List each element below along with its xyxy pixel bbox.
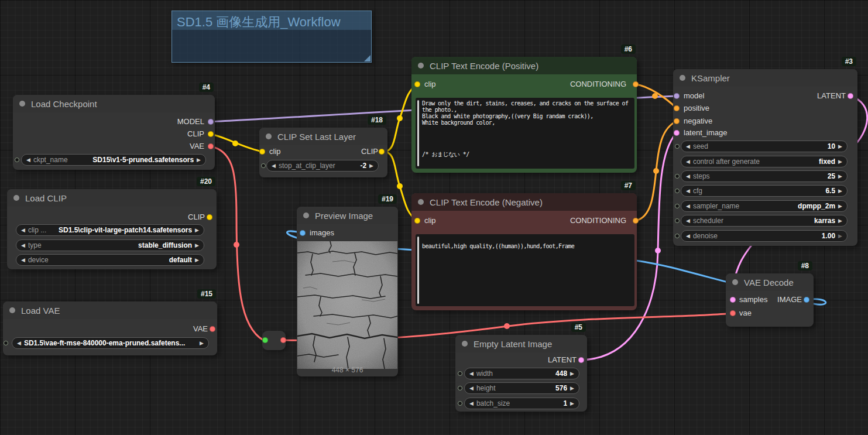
widget-stop-at-clip-layer[interactable]: stop_at_clip_layer -2 — [266, 160, 379, 172]
output-dot-conditioning[interactable] — [633, 81, 639, 87]
decrement-arrow-icon[interactable] — [686, 218, 690, 224]
output-dot-latent[interactable] — [848, 93, 853, 99]
decrement-arrow-icon[interactable] — [21, 243, 25, 248]
widget-input-dot[interactable] — [4, 341, 8, 345]
decrement-arrow-icon[interactable] — [272, 163, 276, 169]
widget-seed[interactable]: seed 10 — [681, 141, 848, 152]
widget-input-dot[interactable] — [675, 174, 680, 179]
input-dot-vae[interactable] — [730, 310, 736, 316]
widget-clip-name[interactable]: clip ... SD1.5\clip-vit-large-patch14.sa… — [16, 224, 204, 236]
node-load-clip[interactable]: #20 Load CLIP CLIP clip ... SD1.5\clip-v… — [7, 189, 217, 269]
node-empty-latent-image[interactable]: #5 Empty Latent Image LATENT width 448 h… — [455, 335, 587, 412]
note-resize-handle[interactable] — [364, 55, 370, 61]
widget-input-dot[interactable] — [458, 386, 462, 391]
increment-arrow-icon[interactable] — [369, 163, 373, 169]
node-clip-text-encode-positive[interactable]: #6 CLIP Text Encode (Positive) clip COND… — [411, 57, 637, 173]
decrement-arrow-icon[interactable] — [469, 401, 474, 406]
increment-arrow-icon[interactable] — [197, 157, 201, 163]
output-dot-vae[interactable] — [208, 143, 214, 149]
widget-type[interactable]: type stable_diffusion — [16, 239, 204, 251]
node-vae-decode[interactable]: #8 VAE Decode samples vae IMAGE — [726, 273, 814, 327]
widget-sampler-name[interactable]: sampler_name dpmpp_2m — [681, 200, 848, 212]
prompt-textarea-negative[interactable]: beautiful,high quality,((human)),hund,fo… — [416, 234, 634, 306]
input-dot-clip[interactable] — [259, 149, 265, 155]
widget-input-dot[interactable] — [675, 234, 680, 238]
increment-arrow-icon[interactable] — [195, 258, 199, 263]
output-dot-latent[interactable] — [578, 357, 584, 363]
widget-vae-name[interactable]: SD1.5\vae-ft-mse-840000-ema-pruned.safet… — [12, 337, 209, 349]
node-title-bar[interactable]: KSampler — [673, 69, 857, 87]
increment-arrow-icon[interactable] — [570, 371, 574, 376]
increment-arrow-icon[interactable] — [570, 401, 574, 406]
decrement-arrow-icon[interactable] — [686, 174, 690, 179]
widget-input-dot[interactable] — [458, 371, 462, 376]
reroute-output-dot[interactable] — [280, 337, 286, 343]
node-title-bar[interactable]: CLIP Text Encode (Positive) — [411, 57, 637, 74]
input-dot-samples[interactable] — [730, 297, 736, 303]
node-title-bar[interactable]: Preview Image — [297, 207, 398, 224]
output-dot-clip[interactable] — [208, 131, 214, 137]
node-title-bar[interactable]: CLIP Set Last Layer — [259, 128, 387, 145]
widget-width[interactable]: width 448 — [464, 368, 579, 379]
increment-arrow-icon[interactable] — [838, 204, 842, 209]
widget-input-dot[interactable] — [261, 163, 266, 168]
decrement-arrow-icon[interactable] — [686, 234, 690, 239]
widget-batch-size[interactable]: batch_size 1 — [464, 398, 579, 409]
widget-input-dot[interactable] — [675, 204, 680, 208]
output-dot-model[interactable] — [208, 119, 214, 125]
node-title-bar[interactable]: Load CLIP — [7, 189, 217, 207]
reroute-input-dot[interactable] — [262, 337, 268, 343]
input-dot-images[interactable] — [300, 230, 306, 236]
node-title-bar[interactable]: Load VAE — [3, 302, 217, 319]
increment-arrow-icon[interactable] — [195, 228, 199, 233]
decrement-arrow-icon[interactable] — [469, 371, 474, 376]
widget-denoise[interactable]: denoise 1.00 — [681, 230, 848, 242]
decrement-arrow-icon[interactable] — [21, 258, 25, 263]
node-title-bar[interactable]: Load Checkpoint — [13, 95, 215, 112]
increment-arrow-icon[interactable] — [200, 341, 204, 346]
textarea-scrollbar[interactable] — [417, 100, 419, 166]
decrement-arrow-icon[interactable] — [686, 204, 690, 209]
widget-input-dot[interactable] — [675, 218, 680, 223]
decrement-arrow-icon[interactable] — [686, 159, 690, 165]
increment-arrow-icon[interactable] — [838, 189, 842, 194]
increment-arrow-icon[interactable] — [838, 159, 842, 165]
node-load-vae[interactable]: #15 Load VAE VAE SD1.5\vae-ft-mse-840000… — [3, 302, 217, 355]
node-ksampler[interactable]: #3 KSampler model positive negative late… — [673, 69, 857, 246]
widget-input-dot[interactable] — [458, 401, 462, 406]
output-dot-clip[interactable] — [207, 214, 212, 220]
widget-cfg[interactable]: cfg 6.5 — [681, 185, 848, 197]
increment-arrow-icon[interactable] — [195, 243, 199, 248]
decrement-arrow-icon[interactable] — [469, 386, 474, 391]
widget-steps[interactable]: steps 25 — [681, 170, 848, 182]
decrement-arrow-icon[interactable] — [686, 144, 690, 149]
node-title-bar[interactable]: CLIP Text Encode (Negative) — [411, 193, 637, 211]
decrement-arrow-icon[interactable] — [21, 228, 25, 233]
input-dot-negative[interactable] — [674, 118, 680, 124]
input-dot-clip[interactable] — [414, 218, 420, 224]
textarea-scrollbar[interactable] — [417, 237, 419, 304]
increment-arrow-icon[interactable] — [838, 174, 842, 179]
node-title-bar[interactable]: Empty Latent Image — [455, 335, 587, 352]
widget-input-dot[interactable] — [675, 144, 680, 149]
node-clip-text-encode-negative[interactable]: #7 CLIP Text Encode (Negative) clip COND… — [411, 193, 637, 310]
node-load-checkpoint[interactable]: #4 Load Checkpoint MODEL CLIP VAE ckpt_n… — [13, 95, 215, 170]
input-dot-clip[interactable] — [414, 81, 420, 87]
increment-arrow-icon[interactable] — [570, 386, 574, 391]
prompt-textarea-positive[interactable]: Draw only the dirt, stains, creases, and… — [416, 98, 634, 169]
increment-arrow-icon[interactable] — [838, 234, 842, 239]
input-dot-positive[interactable] — [674, 105, 680, 111]
node-preview-image[interactable]: #19 Preview Image images — [297, 207, 398, 376]
widget-device[interactable]: device default — [16, 254, 204, 266]
decrement-arrow-icon[interactable] — [26, 157, 30, 163]
output-dot-vae[interactable] — [210, 326, 215, 332]
increment-arrow-icon[interactable] — [838, 144, 842, 149]
widget-input-dot[interactable] — [15, 157, 19, 162]
workflow-title-note[interactable]: SD1.5 画像生成用_Workflow — [171, 11, 372, 63]
widget-scheduler[interactable]: scheduler karras — [681, 215, 848, 227]
widget-ckpt-name[interactable]: ckpt_name SD15\v1-5-pruned.safetensors — [21, 154, 206, 166]
widget-input-dot[interactable] — [675, 189, 680, 193]
node-title-bar[interactable]: VAE Decode — [726, 273, 814, 291]
widget-control-after-generate[interactable]: control after generate fixed — [681, 156, 848, 167]
widget-height[interactable]: height 576 — [464, 382, 579, 394]
